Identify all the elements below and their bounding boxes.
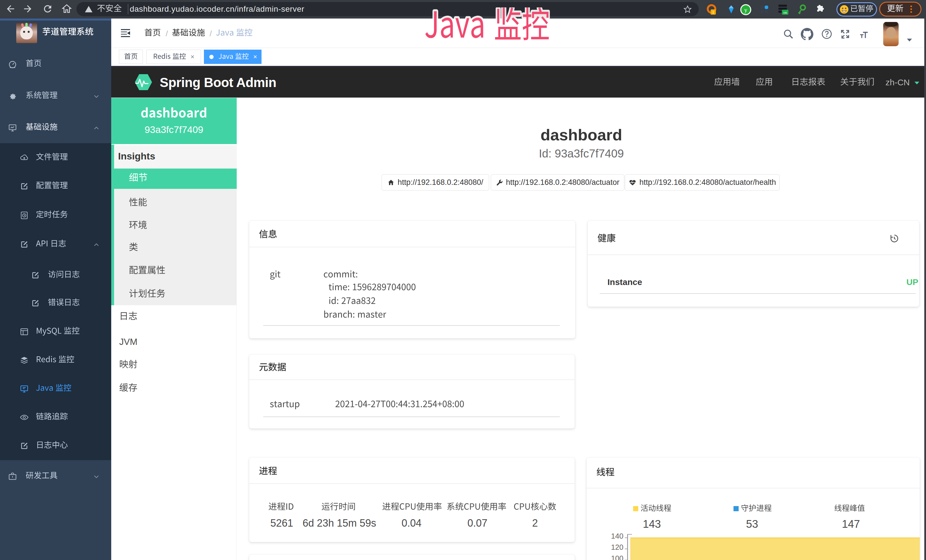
svg-text:1: 1: [712, 10, 714, 15]
svg-text:on: on: [784, 10, 787, 15]
svg-text:y: y: [744, 6, 747, 14]
